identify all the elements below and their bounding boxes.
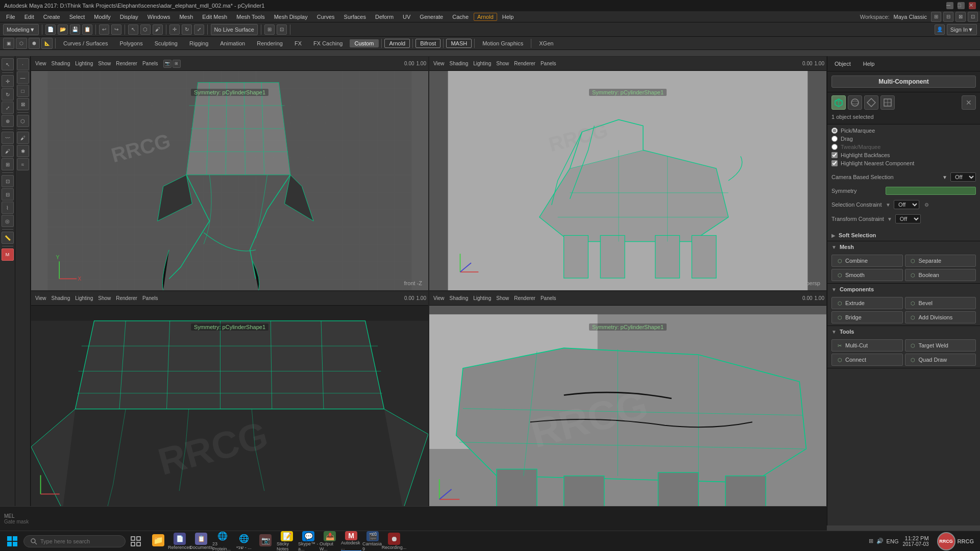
vp-tr-renderer[interactable]: Renderer — [512, 60, 537, 67]
vp-tr-show[interactable]: Show — [494, 60, 511, 67]
tools-section-header[interactable]: ▼ Tools — [827, 326, 980, 337]
rotate-icon[interactable]: ↻ — [2, 88, 14, 101]
paint-select[interactable]: 🖌 — [153, 24, 163, 35]
layout-btn-4[interactable]: ⊡ — [968, 12, 978, 22]
taskbar-search[interactable] — [23, 535, 126, 547]
component-uv[interactable]: ⊠ — [17, 98, 29, 110]
viewport-bottom-right[interactable]: View Shading Lighting Show Renderer Pane… — [429, 291, 827, 525]
save-as-btn[interactable]: 📋 — [82, 24, 92, 35]
taskbar-camtasia[interactable]: 🎬 Camtasia 9 — [362, 531, 383, 552]
menu-surfaces[interactable]: Surfaces — [340, 13, 370, 21]
target-weld-btn[interactable]: ⬡ Target Weld — [905, 339, 976, 352]
pick-marquee-radio[interactable] — [831, 128, 838, 134]
tab-custom[interactable]: Custom — [350, 39, 379, 47]
snap-grid[interactable]: ⊡ — [277, 24, 287, 35]
taskbar-chrome2[interactable]: 🌐 שניי - ... — [234, 531, 254, 552]
add-divisions-btn[interactable]: ⬡ Add Divisions — [905, 311, 976, 323]
transform-rotate[interactable]: ↻ — [182, 24, 192, 35]
viewport-bottom-left[interactable]: View Shading Lighting Show Renderer Pane… — [31, 291, 429, 525]
tab-sculpting[interactable]: Sculpting — [150, 39, 183, 47]
open-scene-btn[interactable]: 📂 — [58, 24, 68, 35]
vp-bl-show[interactable]: Show — [96, 295, 113, 302]
close-btn[interactable]: ✕ — [969, 2, 976, 9]
vp-tl-grid-icon[interactable]: ⊞ — [173, 60, 181, 68]
boolean-btn[interactable]: ⬡ Boolean — [905, 269, 976, 281]
menu-curves[interactable]: Curves — [313, 13, 339, 21]
vp-tl-show[interactable]: Show — [96, 60, 113, 67]
obj-other-icon[interactable] — [880, 95, 895, 110]
tab-fx[interactable]: FX — [289, 39, 307, 47]
viewport-top-right[interactable]: View Shading Lighting Show Renderer Pane… — [429, 56, 827, 291]
obj-close-icon[interactable]: ✕ — [962, 95, 976, 110]
vp-br-show[interactable]: Show — [494, 295, 511, 302]
quad-draw-btn[interactable]: ⬡ Quad Draw — [905, 354, 976, 366]
component-vertex[interactable]: · — [17, 58, 29, 70]
taskbar-autodesk[interactable]: M Autodesk ... — [341, 531, 361, 552]
transform-constraint-dropdown[interactable]: Off — [895, 214, 921, 223]
vp-tl-shading[interactable]: Shading — [50, 60, 72, 67]
connect-btn[interactable]: ⬡ Connect — [831, 354, 903, 366]
vp-bl-view[interactable]: View — [33, 295, 48, 302]
taskbar-output[interactable]: 📤 Output W... — [320, 531, 340, 552]
vp-br-shading[interactable]: Shading — [448, 295, 471, 302]
taskbar-skype[interactable]: 💬 Skype™ - a... — [298, 531, 318, 552]
menu-file[interactable]: File — [2, 13, 19, 21]
mel-input[interactable] — [19, 513, 823, 519]
network-icon[interactable]: ⊞ — [869, 538, 873, 544]
tab-rendering[interactable]: Rendering — [252, 39, 288, 47]
menu-mesh-display[interactable]: Mesh Display — [270, 13, 312, 21]
layout-btn-1[interactable]: ⊞ — [931, 12, 941, 22]
taskbar-camera[interactable]: 📷 — [255, 531, 276, 549]
tab-motion-graphics[interactable]: Motion Graphics — [477, 39, 528, 47]
taskbar-chrome1[interactable]: 🌐 23 Protein... — [212, 531, 233, 552]
menu-cache[interactable]: Cache — [448, 13, 473, 21]
vp-br-renderer[interactable]: Renderer — [512, 295, 537, 302]
vp-tl-cam-icon[interactable]: 📷 — [163, 60, 172, 68]
menu-edit[interactable]: Edit — [20, 13, 38, 21]
new-scene-btn[interactable]: 📄 — [45, 24, 56, 35]
transform-scale[interactable]: ⤢ — [194, 24, 204, 35]
mesh-section-header[interactable]: ▼ Mesh — [827, 241, 980, 253]
menu-help[interactable]: Help — [498, 13, 518, 21]
menu-display[interactable]: Display — [116, 13, 142, 21]
menu-uv[interactable]: UV — [399, 13, 414, 21]
separate-btn[interactable]: ⬡ Separate — [905, 255, 976, 267]
tab-curves-surfaces[interactable]: Curves / Surfaces — [58, 39, 113, 47]
components-section-header[interactable]: ▼ Components — [827, 284, 980, 295]
component-edge[interactable]: — — [17, 71, 29, 84]
layout-btn-3[interactable]: ⊠ — [955, 12, 966, 22]
maximize-btn[interactable]: □ — [958, 2, 965, 9]
move-icon[interactable]: ✛ — [2, 75, 14, 87]
start-button[interactable] — [2, 532, 22, 550]
taskbar-file-explorer[interactable]: 📁 — [148, 531, 168, 549]
rph-help-btn[interactable]: Help — [860, 60, 878, 68]
tab-polygons[interactable]: Polygons — [114, 39, 148, 47]
tweak-marquee-radio[interactable] — [831, 144, 838, 150]
lang-indicator[interactable]: ENG — [887, 538, 899, 544]
vp-bl-shading[interactable]: Shading — [50, 295, 72, 302]
scale-icon[interactable]: ⤢ — [2, 102, 14, 114]
vp-tl-view[interactable]: View — [33, 60, 48, 67]
side-icon-2[interactable]: ⬡ — [16, 38, 27, 49]
transform-move[interactable]: ✛ — [169, 24, 180, 35]
menu-edit-mesh[interactable]: Edit Mesh — [198, 13, 231, 21]
tab-fx-caching[interactable]: FX Caching — [308, 39, 348, 47]
sculpt-geo[interactable]: ≈ — [17, 158, 29, 170]
show-manip-icon[interactable]: ⊞ — [2, 158, 14, 170]
highlight-nearest-cb[interactable] — [831, 160, 838, 166]
sculpt-icon[interactable]: 🖌 — [2, 145, 14, 157]
vp-bl-panels[interactable]: Panels — [140, 295, 160, 302]
smooth-btn[interactable]: ⬡ Smooth — [831, 269, 903, 281]
taskbar-search-input[interactable] — [40, 538, 112, 544]
menu-mesh-tools[interactable]: Mesh Tools — [232, 13, 268, 21]
soft-mod-icon[interactable]: 〰 — [2, 132, 14, 144]
highlight-backfaces-cb[interactable] — [831, 152, 838, 158]
taskbar-task-view[interactable] — [127, 532, 145, 550]
menu-windows[interactable]: Windows — [143, 13, 175, 21]
combine-btn[interactable]: ⬡ Combine — [831, 255, 903, 267]
tab-rigging[interactable]: Rigging — [184, 39, 213, 47]
tab-xgen[interactable]: XGen — [534, 39, 558, 47]
menu-generate[interactable]: Generate — [415, 13, 447, 21]
vp-tr-shading[interactable]: Shading — [448, 60, 471, 67]
select-icon[interactable]: ↖ — [2, 58, 14, 70]
